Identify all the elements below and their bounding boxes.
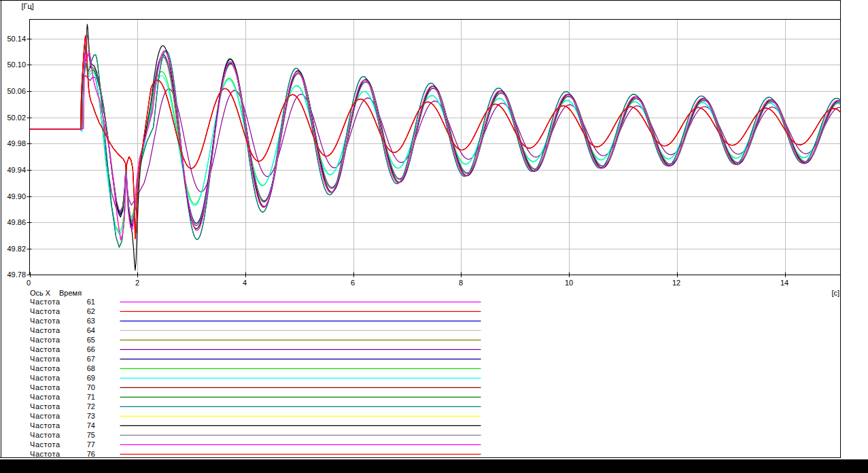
svg-text:50.06: 50.06 xyxy=(7,87,26,95)
svg-text:Частота: Частота xyxy=(30,307,60,315)
svg-text:67: 67 xyxy=(87,355,95,363)
svg-text:Частота: Частота xyxy=(30,412,60,420)
svg-text:69: 69 xyxy=(87,374,95,382)
svg-text:Ось X: Ось X xyxy=(30,289,51,297)
svg-text:Частота: Частота xyxy=(30,431,60,439)
svg-text:Частота: Частота xyxy=(30,345,60,353)
svg-text:50.10: 50.10 xyxy=(7,60,26,69)
svg-text:Частота: Частота xyxy=(30,393,60,401)
svg-text:Частота: Частота xyxy=(30,421,60,430)
svg-text:14: 14 xyxy=(780,279,788,287)
svg-text:Частота: Частота xyxy=(30,383,60,391)
svg-text:Частота: Частота xyxy=(30,374,60,382)
svg-text:49.94: 49.94 xyxy=(7,166,26,174)
svg-text:Частота: Частота xyxy=(30,450,60,458)
svg-text:75: 75 xyxy=(87,431,95,439)
svg-text:2: 2 xyxy=(135,279,139,287)
svg-text:0: 0 xyxy=(27,279,31,287)
svg-text:49.78: 49.78 xyxy=(7,270,26,279)
svg-text:Частота: Частота xyxy=(30,326,60,334)
svg-text:49.98: 49.98 xyxy=(7,139,26,147)
svg-text:64: 64 xyxy=(87,326,95,334)
svg-text:Время: Время xyxy=(59,289,82,297)
svg-text:Частота: Частота xyxy=(30,402,60,410)
svg-text:6: 6 xyxy=(351,279,355,287)
svg-text:49.86: 49.86 xyxy=(7,218,26,226)
svg-text:50.02: 50.02 xyxy=(7,113,26,122)
svg-text:Частота: Частота xyxy=(30,355,60,363)
svg-text:49.90: 49.90 xyxy=(7,192,26,200)
svg-text:Частота: Частота xyxy=(30,298,60,306)
svg-text:Частота: Частота xyxy=(30,317,60,325)
svg-text:10: 10 xyxy=(565,279,573,287)
svg-text:[Гц]: [Гц] xyxy=(22,2,34,10)
svg-text:66: 66 xyxy=(87,345,95,353)
svg-text:74: 74 xyxy=(87,421,95,430)
svg-text:77: 77 xyxy=(87,440,95,449)
svg-text:Частота: Частота xyxy=(30,440,60,449)
svg-text:70: 70 xyxy=(87,383,95,391)
svg-text:65: 65 xyxy=(87,336,95,344)
svg-text:8: 8 xyxy=(459,279,463,287)
svg-text:63: 63 xyxy=(87,317,95,325)
svg-text:72: 72 xyxy=(87,402,95,410)
svg-text:Частота: Частота xyxy=(30,364,60,372)
svg-text:49.82: 49.82 xyxy=(7,245,26,253)
svg-text:4: 4 xyxy=(243,279,247,287)
svg-text:71: 71 xyxy=(87,393,95,401)
svg-text:12: 12 xyxy=(672,279,680,287)
svg-text:62: 62 xyxy=(87,307,95,315)
svg-text:[с]: [с] xyxy=(831,289,839,297)
svg-text:68: 68 xyxy=(87,364,95,372)
svg-text:Частота: Частота xyxy=(30,336,60,344)
svg-text:61: 61 xyxy=(87,298,95,306)
svg-text:50.14: 50.14 xyxy=(7,35,26,43)
svg-text:76: 76 xyxy=(87,450,95,458)
svg-text:73: 73 xyxy=(87,412,95,420)
